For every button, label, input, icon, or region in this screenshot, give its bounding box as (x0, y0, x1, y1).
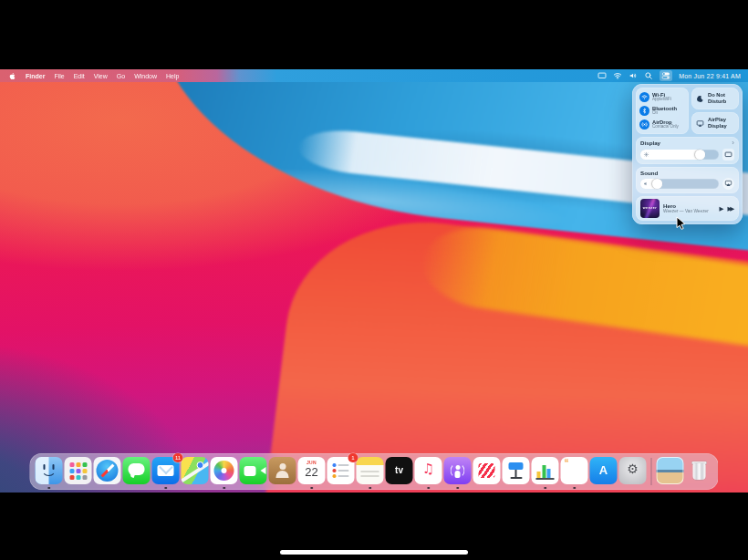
photos-app-icon[interactable] (211, 457, 238, 484)
menu-help[interactable]: Help (166, 73, 179, 79)
now-playing-artist: Weezer — Van Weezer (663, 209, 715, 214)
menu-finder[interactable]: Finder (26, 73, 45, 79)
volume-icon[interactable] (629, 71, 638, 80)
dock-finder[interactable] (36, 456, 63, 487)
news-app-icon[interactable] (473, 457, 501, 484)
menu-edit[interactable]: Edit (74, 73, 85, 79)
dock-pages[interactable]: “ (561, 456, 588, 487)
dock-maps[interactable] (182, 456, 209, 487)
dock-trash[interactable] (686, 456, 713, 487)
chevron-right-icon[interactable]: › (732, 140, 734, 146)
sound-volume-slider[interactable] (640, 179, 719, 189)
keynote-app-icon[interactable] (503, 457, 530, 484)
dock-messages[interactable] (123, 456, 151, 487)
dock-downloads[interactable] (657, 456, 684, 487)
search-icon[interactable] (644, 71, 653, 80)
dock-numbers[interactable] (532, 456, 559, 487)
dock-appstore[interactable]: A (590, 456, 618, 487)
maps-app-icon[interactable] (182, 457, 209, 484)
dock-keynote[interactable] (503, 456, 530, 487)
wifi-row[interactable]: Wi-Fi AppleWiFi (639, 92, 685, 102)
launchpad-app-icon[interactable] (65, 457, 92, 484)
bluetooth-row[interactable]: Bluetooth On (639, 106, 685, 116)
settings-app-icon[interactable]: ⚙ (619, 457, 647, 484)
appstore-app-icon[interactable]: A (590, 457, 618, 484)
screen: FinderFileEditViewGoWindowHelp Mo (0, 69, 748, 493)
display-slider-knob[interactable] (695, 150, 705, 160)
airplay-audio-button[interactable] (722, 178, 734, 190)
pages-app-icon[interactable]: “ (561, 457, 588, 484)
trash-app-icon[interactable] (686, 457, 713, 484)
dock-notes[interactable] (357, 456, 384, 487)
finder-running-dot (47, 487, 50, 490)
dock-safari[interactable] (94, 456, 121, 487)
dock-calendar[interactable]: JUN22 (298, 456, 326, 487)
now-playing-card[interactable]: weezer Hero Weezer — Van Weezer ▶ ▶▶ (636, 196, 739, 221)
dock-tv[interactable]: tv (386, 456, 413, 487)
brightness-sun-icon (643, 151, 649, 158)
apple-logo-icon (8, 71, 16, 81)
airdrop-toggle-icon[interactable] (639, 119, 649, 130)
screen-mirroring-button[interactable] (722, 149, 734, 161)
finder-app-icon[interactable] (36, 457, 63, 484)
album-art-text: weezer (640, 206, 660, 210)
dock-music[interactable]: ♫ (415, 456, 442, 487)
calendar-app-icon[interactable]: JUN22 (298, 457, 326, 484)
dock-news[interactable] (473, 456, 501, 487)
wifi-icon[interactable] (613, 71, 622, 80)
menu-bar: FinderFileEditViewGoWindowHelp Mo (0, 69, 748, 82)
dock-launchpad[interactable] (65, 456, 92, 487)
sound-slider-knob[interactable] (652, 179, 662, 189)
dock-facetime[interactable] (240, 456, 267, 487)
pages-running-dot (573, 487, 576, 490)
fast-forward-button[interactable]: ▶▶ (727, 205, 734, 213)
wifi-toggle-icon[interactable] (639, 92, 649, 102)
numbers-running-dot (544, 487, 546, 490)
facetime-app-icon[interactable] (240, 457, 267, 484)
music-app-icon[interactable]: ♫ (415, 457, 442, 484)
album-art: weezer (640, 199, 660, 218)
music-running-dot (427, 487, 430, 490)
dock-photos[interactable] (211, 456, 238, 487)
menu-bar-clock[interactable]: Mon Jun 22 9:41 AM (679, 73, 741, 79)
airplay-display-card[interactable]: AirPlay Display (691, 112, 739, 134)
dock-podcasts[interactable] (444, 456, 472, 487)
dock-mail[interactable]: 11 (152, 456, 180, 487)
bluetooth-status: On (652, 111, 677, 116)
moon-icon (696, 95, 704, 103)
apple-menu[interactable] (8, 71, 16, 81)
speaker-icon (643, 181, 649, 187)
podcasts-running-dot (456, 487, 459, 490)
contacts-app-icon[interactable] (269, 457, 296, 484)
display-mirroring-icon[interactable] (597, 71, 607, 80)
airplay-display-icon (696, 119, 704, 128)
podcasts-app-icon[interactable] (444, 457, 472, 484)
airdrop-row[interactable]: AirDrop Contacts Only (639, 119, 685, 130)
menu-view[interactable]: View (94, 73, 108, 79)
dock: 11JUN221tv♫“A⚙ (30, 453, 719, 490)
menu-go[interactable]: Go (117, 73, 125, 79)
menu-file[interactable]: File (54, 73, 64, 79)
home-indicator (280, 550, 468, 555)
menu-items: FinderFileEditViewGoWindowHelp (26, 73, 188, 79)
notes-app-icon[interactable] (357, 457, 384, 484)
mail-badge: 11 (173, 453, 183, 462)
bluetooth-toggle-icon[interactable] (639, 106, 649, 116)
notes-running-dot (369, 487, 371, 490)
tv-app-icon[interactable]: tv (386, 457, 413, 484)
photos-running-dot (223, 487, 225, 490)
messages-app-icon[interactable] (123, 457, 151, 484)
dock-settings[interactable]: ⚙ (619, 456, 647, 487)
play-button[interactable]: ▶ (719, 205, 723, 213)
control-center-icon[interactable] (660, 70, 672, 81)
dock-reminders[interactable]: 1 (327, 456, 355, 487)
reminders-badge: 1 (348, 453, 358, 462)
dock-separator (651, 458, 652, 485)
display-brightness-slider[interactable] (640, 150, 719, 160)
downloads-app-icon[interactable] (657, 457, 684, 484)
menu-window[interactable]: Window (134, 73, 157, 79)
safari-app-icon[interactable] (94, 457, 121, 484)
do-not-disturb-card[interactable]: Do Not Disturb (691, 88, 739, 109)
numbers-app-icon[interactable] (532, 457, 559, 484)
dock-contacts[interactable] (269, 456, 296, 487)
